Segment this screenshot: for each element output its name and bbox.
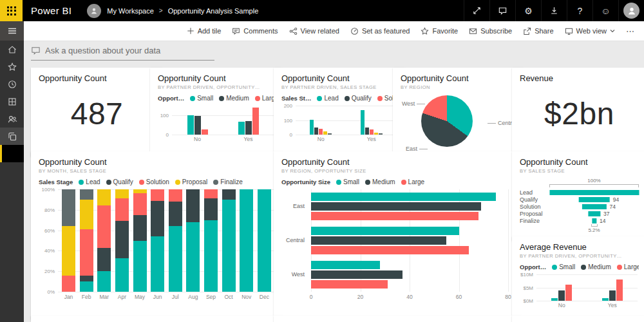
app-launcher-waffle-icon[interactable] xyxy=(0,0,23,21)
stage-bar[interactable] xyxy=(578,197,610,202)
bar-small[interactable] xyxy=(311,261,380,269)
bar-small[interactable] xyxy=(238,122,245,135)
tile-count-by-region-pie[interactable]: Opportunity Count BY REGION CentralEastW… xyxy=(393,68,524,156)
segment-lead[interactable] xyxy=(258,189,271,292)
segment-proposal[interactable] xyxy=(115,189,129,198)
tile-count-by-partner-opportunity-size[interactable]: Opportunity Count BY PARTNER DRIVEN, OPP… xyxy=(150,68,283,156)
tile-opportunity-count-card[interactable]: Opportunity Count 487 xyxy=(31,68,163,156)
segment-solution[interactable] xyxy=(115,198,129,221)
legend-item-large[interactable]: Large xyxy=(255,95,275,102)
bar-large[interactable] xyxy=(252,108,259,135)
segment-qualify[interactable] xyxy=(115,221,129,258)
add-tile-button[interactable]: Add tile xyxy=(187,27,222,35)
tile-count-by-partner-sales-stage[interactable]: Opportunity Count BY PARTNER DRIVEN, SAL… xyxy=(274,68,406,156)
stage-bar[interactable] xyxy=(588,211,600,216)
sidebar-item-workspaces[interactable] xyxy=(0,128,24,145)
segment-lead[interactable] xyxy=(115,258,129,292)
segment-solution[interactable] xyxy=(204,189,218,198)
qa-box[interactable]: Ask a question about your data xyxy=(31,46,214,61)
legend-item-qualify[interactable]: Qualify xyxy=(345,95,372,102)
stage-bar[interactable] xyxy=(549,190,639,195)
legend-item-medium[interactable]: Medium xyxy=(219,95,249,102)
segment-solution[interactable] xyxy=(133,193,147,214)
sidebar-item-favorites[interactable] xyxy=(0,58,24,75)
bar-small[interactable] xyxy=(311,193,496,201)
legend-item-proposal[interactable]: Proposal xyxy=(175,178,207,185)
bar-medium[interactable] xyxy=(311,270,402,279)
nav-menu-hamburger-icon[interactable] xyxy=(0,21,24,41)
sidebar-item-current-dashboard-selected[interactable] xyxy=(0,145,24,162)
settings-gear-icon[interactable]: ⚙ xyxy=(515,0,541,21)
comments-bubble-icon[interactable] xyxy=(489,0,515,21)
legend-item-lead[interactable]: Lead xyxy=(317,95,338,102)
segment-solution[interactable] xyxy=(169,189,182,202)
segment-qualify[interactable] xyxy=(186,189,200,222)
segment-lead[interactable] xyxy=(97,271,111,292)
segment-lead[interactable] xyxy=(240,189,253,292)
segment-proposal[interactable] xyxy=(97,189,111,205)
favorite-button[interactable]: Favorite xyxy=(421,27,458,35)
breadcrumb-workspace[interactable]: My Workspace xyxy=(107,7,154,15)
bar-small[interactable] xyxy=(602,298,609,301)
bar-large[interactable] xyxy=(311,246,469,254)
stage-bar[interactable] xyxy=(592,218,596,223)
segment-lead[interactable] xyxy=(204,220,218,292)
breadcrumb-page[interactable]: Opportunity Analysis Sample xyxy=(168,7,259,15)
legend-item-medium[interactable]: Medium xyxy=(581,263,611,270)
sidebar-item-home[interactable] xyxy=(0,41,24,58)
tile-count-by-region-opportunity-size[interactable]: Opportunity Count BY REGION, OPPORTUNITY… xyxy=(274,151,521,319)
bar-qualify[interactable] xyxy=(365,128,369,135)
sidebar-item-apps[interactable] xyxy=(0,93,24,110)
legend-item-medium[interactable]: Medium xyxy=(365,178,395,185)
bar-small[interactable] xyxy=(311,227,459,235)
help-icon[interactable]: ? xyxy=(567,0,592,21)
bar-large[interactable] xyxy=(311,212,478,220)
tile-count-by-sales-stage-funnel[interactable]: Opportunity Count BY SALES STAGE 100%Lea… xyxy=(512,151,644,241)
segment-qualify[interactable] xyxy=(151,201,164,237)
legend-item-large[interactable]: Large xyxy=(401,178,425,185)
sidebar-item-recent[interactable] xyxy=(0,75,24,93)
download-icon[interactable] xyxy=(541,0,567,21)
segment-lead[interactable] xyxy=(133,241,147,292)
segment-lead[interactable] xyxy=(80,281,93,292)
legend-item-small[interactable]: Small xyxy=(336,178,359,185)
tile-revenue-card[interactable]: Revenue $2bn xyxy=(512,68,644,156)
pie[interactable] xyxy=(421,95,473,147)
legend-item-solution[interactable]: Solution xyxy=(139,178,169,185)
tile-partial-bottom-left[interactable] xyxy=(31,316,283,322)
bar-medium[interactable] xyxy=(194,116,201,135)
segment-solution[interactable] xyxy=(151,189,164,200)
bar-large[interactable] xyxy=(565,285,572,301)
segment-qualify[interactable] xyxy=(169,202,182,226)
tile-partial-bottom-right[interactable] xyxy=(512,316,644,322)
subscribe-button[interactable]: Subscribe xyxy=(469,27,512,35)
share-button[interactable]: Share xyxy=(523,27,553,35)
bar-finalize[interactable] xyxy=(379,133,383,135)
segment-solution[interactable] xyxy=(97,205,111,247)
bar-small[interactable] xyxy=(551,298,558,301)
stage-bar[interactable] xyxy=(582,204,606,209)
segment-lead[interactable] xyxy=(222,200,236,292)
bar-large[interactable] xyxy=(202,129,208,135)
bar-solution[interactable] xyxy=(370,129,374,135)
bar-proposal[interactable] xyxy=(323,131,327,135)
legend-item-small[interactable]: Small xyxy=(552,263,575,270)
app-title[interactable]: Power BI xyxy=(31,5,71,16)
bar-medium[interactable] xyxy=(558,290,565,301)
legend-item-finalize[interactable]: Finalize xyxy=(213,178,242,185)
segment-solution[interactable] xyxy=(62,276,75,292)
segment-solution[interactable] xyxy=(80,229,93,276)
bar-medium[interactable] xyxy=(245,121,252,135)
tile-average-revenue[interactable]: Average Revenue BY PARTNER DRIVEN, OPPOR… xyxy=(512,236,644,322)
view-related-button[interactable]: View related xyxy=(289,27,339,35)
more-options-button[interactable]: ⋯ xyxy=(626,26,635,36)
legend-item-small[interactable]: Small xyxy=(190,95,213,102)
bar-medium[interactable] xyxy=(311,202,481,211)
web-view-dropdown[interactable]: Web view xyxy=(565,27,615,35)
bar-qualify[interactable] xyxy=(314,128,318,135)
segment-qualify[interactable] xyxy=(80,276,93,282)
tile-count-by-month-sales-stage[interactable]: Opportunity Count BY MONTH, SALES STAGE … xyxy=(31,151,283,319)
feedback-smiley-icon[interactable]: ☺ xyxy=(592,0,618,21)
segment-proposal[interactable] xyxy=(80,200,93,229)
legend-item-large[interactable]: Large xyxy=(617,263,639,270)
